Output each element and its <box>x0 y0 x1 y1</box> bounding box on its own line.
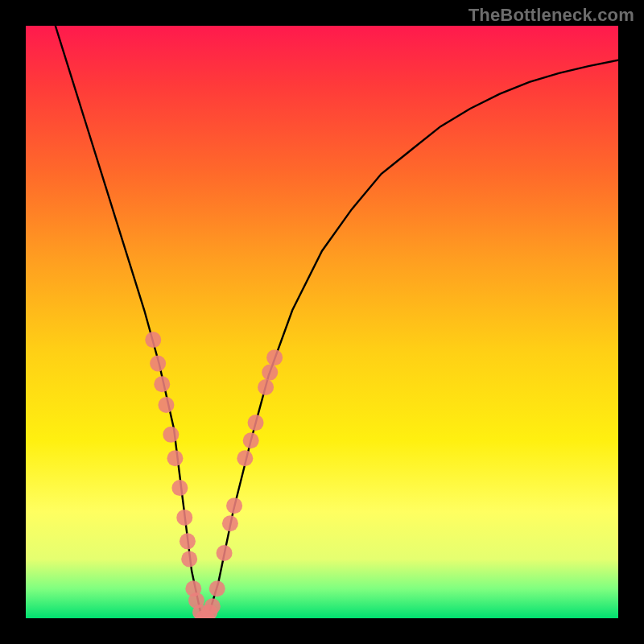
data-marker <box>154 376 170 392</box>
data-marker <box>167 450 183 466</box>
data-marker <box>181 551 197 567</box>
chart-container: TheBottleneck.com <box>0 0 644 644</box>
data-marker <box>204 598 221 614</box>
chart-svg <box>26 26 618 618</box>
data-marker <box>243 432 259 448</box>
data-marker <box>222 515 238 531</box>
data-marker <box>237 450 253 466</box>
data-marker <box>158 397 174 413</box>
data-marker <box>163 427 179 443</box>
data-marker <box>176 510 192 526</box>
data-marker <box>226 497 242 514</box>
data-marker <box>258 379 274 395</box>
data-marker <box>248 415 264 431</box>
data-marker <box>171 480 188 496</box>
plot-area <box>26 26 618 618</box>
data-marker <box>217 545 233 561</box>
watermark-text: TheBottleneck.com <box>469 5 634 26</box>
data-marker <box>266 349 283 365</box>
bottleneck-curve <box>56 26 618 618</box>
data-marker <box>209 580 225 597</box>
data-marker <box>180 533 196 549</box>
data-marker <box>145 332 161 348</box>
data-marker <box>262 365 278 381</box>
marker-group <box>145 332 283 618</box>
data-marker <box>150 356 166 372</box>
